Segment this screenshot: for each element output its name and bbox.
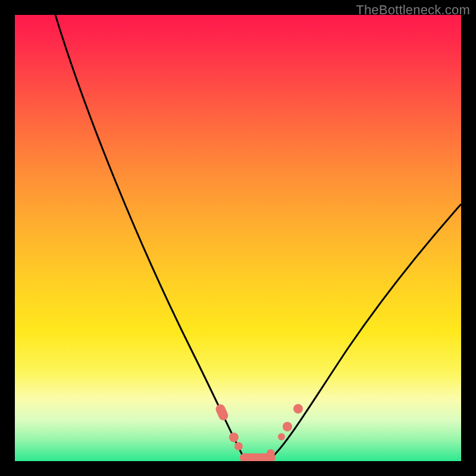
marker-dot <box>229 433 239 442</box>
marker-dot <box>283 422 292 431</box>
marker-dot <box>293 404 303 414</box>
markers <box>214 403 303 461</box>
chart-svg <box>15 15 461 461</box>
curve-right <box>271 204 461 458</box>
marker-pill-left <box>214 403 230 422</box>
curve-left <box>55 15 244 458</box>
marker-dot <box>278 433 285 440</box>
marker-dot <box>234 442 243 450</box>
watermark-text: TheBottleneck.com <box>356 2 470 18</box>
chart-plot-area <box>15 15 461 461</box>
marker-dot <box>267 449 275 458</box>
